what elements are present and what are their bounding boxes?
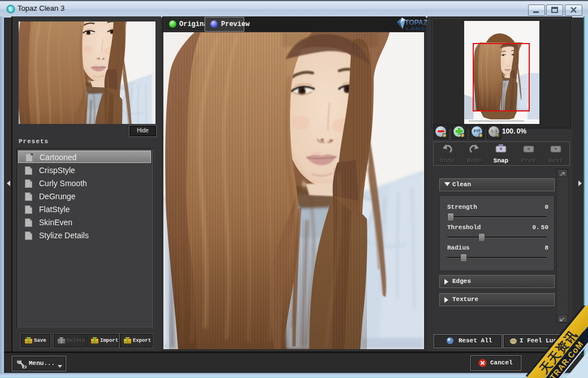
svg-text:LABS: LABS	[406, 26, 426, 31]
svg-text:TOPAZ: TOPAZ	[405, 18, 427, 27]
